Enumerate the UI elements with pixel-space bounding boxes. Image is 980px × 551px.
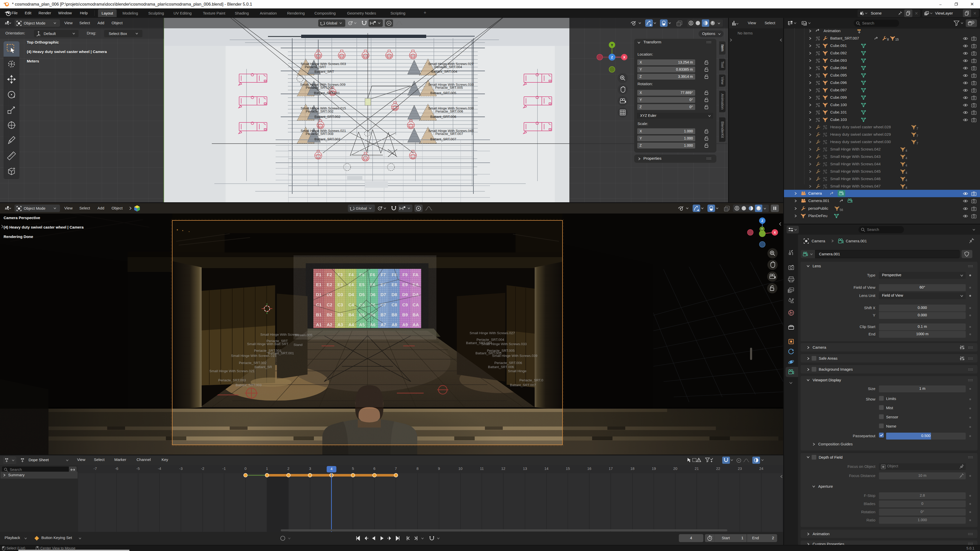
- svg-text:Y: Y: [761, 227, 763, 230]
- svg-text:Battant_SRT.003: Battant_SRT.003: [235, 383, 262, 387]
- svg-text:Small Hinge: Small Hinge: [508, 369, 527, 373]
- svg-text:Battant_SRT.007: Battant_SRT.007: [430, 137, 456, 141]
- svg-text:Battant_SRT.004: Battant_SRT.004: [431, 70, 457, 73]
- svg-text:Small Hinge With Screws.033: Small Hinge With Screws.033: [481, 342, 527, 346]
- svg-text:Small Hinge With Screws.039: Small Hinge With Screws.039: [492, 354, 538, 358]
- svg-text:Battant_SR: Battant_SR: [255, 365, 272, 369]
- svg-text:Periacte_SRT.0: Periacte_SRT.0: [519, 378, 543, 382]
- svg-text:Stand: Stand: [293, 343, 302, 347]
- svg-text:Z: Z: [761, 219, 763, 223]
- svg-text:X: X: [774, 230, 776, 234]
- svg-text:Periacte_SRT.005: Periacte_SRT.005: [435, 86, 463, 89]
- svg-text:Periacte_SRT: Periacte_SRT: [305, 65, 326, 69]
- svg-text:Small Hinge With Screws.015: Small Hinge With Screws.015: [231, 354, 277, 358]
- svg-text:Periacte_SRT.002: Periacte_SRT.002: [306, 110, 334, 113]
- svg-text:Battant_SRT: Battant_SRT: [314, 70, 334, 73]
- svg-text:Periacte_SRT.004: Periacte_SRT.004: [434, 65, 462, 69]
- svg-text:Periacte_SRT.007: Periacte_SRT.007: [435, 132, 463, 136]
- svg-text:Periacte_SRT.001: Periacte_SRT.001: [306, 86, 334, 89]
- svg-text:Battant_SRT.005: Battant_SRT.005: [430, 91, 456, 95]
- svg-text:Periacte_SRT.002: Periacte_SRT.002: [239, 361, 267, 365]
- svg-text:Small Hinge With Screws.021: Small Hinge With Screws.021: [209, 369, 255, 373]
- svg-text:Battant_SRT.006: Battant_SRT.006: [430, 115, 456, 119]
- svg-text:Battant_SRT.001: Battant_SRT.001: [314, 91, 340, 95]
- svg-text:Small Hinge With Screws: Small Hinge With Screws: [260, 333, 299, 337]
- svg-text:Small Hinge With Batt SRT: Small Hinge With Batt SRT: [247, 342, 288, 346]
- svg-text:X: X: [623, 56, 625, 59]
- svg-text:Z: Z: [611, 56, 613, 59]
- svg-text:Y: Y: [611, 43, 613, 47]
- svg-text:Battant_SRT.007: Battant_SRT.007: [510, 383, 536, 387]
- svg-text:Battant_SRT.002: Battant_SRT.002: [314, 115, 340, 119]
- svg-text:Small Hinge With Screws.027: Small Hinge With Screws.027: [469, 331, 515, 335]
- svg-text:Battant_SRT.006: Battant_SRT.006: [488, 365, 514, 369]
- svg-text:Periacte_SRT.003: Periacte_SRT.003: [306, 132, 334, 136]
- svg-text:Battant_SRT.003: Battant_SRT.003: [314, 137, 340, 141]
- svg-text:Periacte_SRT.006: Periacte_SRT.006: [494, 361, 522, 365]
- svg-text:Periacte_SRT.006: Periacte_SRT.006: [435, 110, 463, 113]
- svg-text:Periacte_SRT.003: Periacte_SRT.003: [218, 378, 246, 382]
